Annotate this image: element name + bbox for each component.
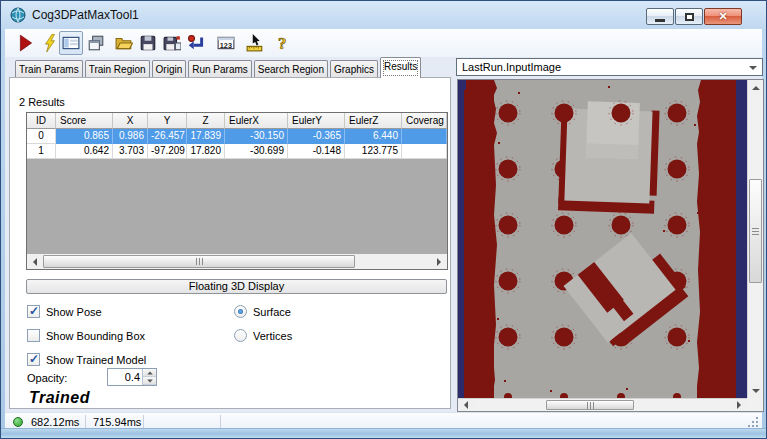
table-cell: 1 [27, 144, 56, 159]
close-button[interactable]: ✕ [704, 8, 742, 25]
svg-text:123: 123 [220, 41, 232, 50]
help-icon[interactable]: ? [274, 34, 292, 52]
tab-train-region[interactable]: Train Region [85, 60, 150, 78]
electric-icon[interactable] [41, 34, 59, 52]
maximize-button[interactable] [675, 8, 703, 25]
table-cell: -0.148 [288, 144, 345, 159]
open-file-icon[interactable] [115, 34, 133, 52]
scroll-right-icon [437, 258, 441, 266]
chevron-down-icon [749, 66, 757, 70]
tab-search-region[interactable]: Search Region [254, 60, 328, 78]
run-time: 682.12ms [31, 416, 79, 428]
checkbox-label: Show Trained Model [46, 354, 146, 366]
table-cell: 17.839 [187, 129, 225, 144]
radio-surface[interactable]: Surface [234, 305, 291, 318]
column-header-eulery[interactable]: EulerY [288, 113, 345, 129]
image-horizontal-scrollbar[interactable] [458, 398, 747, 411]
scroll-right-icon [737, 401, 741, 409]
table-row[interactable]: 10.6423.703-97.20917.820-30.699-0.148123… [27, 144, 447, 159]
run-icon[interactable] [17, 34, 35, 52]
radio-vertices[interactable]: Vertices [234, 329, 292, 342]
table-cell [402, 129, 447, 144]
checkbox-box[interactable] [27, 305, 40, 318]
table-cell: 0.642 [56, 144, 113, 159]
close-icon: ✕ [718, 10, 727, 23]
minimize-button[interactable] [646, 8, 674, 25]
scroll-left-button[interactable] [27, 254, 43, 269]
table-cell: 123.775 [345, 144, 402, 159]
scrollbar-thumb[interactable] [546, 400, 634, 410]
scrollbar-thumb[interactable] [43, 255, 355, 268]
cascade-windows-icon[interactable] [87, 34, 105, 52]
opacity-up-button[interactable] [143, 369, 156, 377]
column-header-eulerx[interactable]: EulerX [225, 113, 288, 129]
image-source-combobox[interactable]: LastRun.InputImage [456, 58, 763, 76]
results-count: 2 Results [19, 96, 65, 108]
tab-train-params[interactable]: Train Params [15, 60, 83, 78]
table-cell: 6.440 [345, 129, 402, 144]
checkbox-show-pose[interactable]: Show Pose [27, 305, 102, 318]
scroll-left-icon [33, 258, 37, 266]
svg-text:?: ? [278, 34, 286, 52]
save-image-icon[interactable] [163, 34, 181, 52]
resize-grip[interactable] [748, 417, 759, 428]
image-source-value: LastRun.InputImage [462, 61, 561, 73]
opacity-value: 0.4 [125, 371, 140, 383]
checkbox-label: Show Bounding Box [46, 330, 145, 342]
save-file-icon[interactable] [139, 34, 157, 52]
radio-circle[interactable] [234, 305, 247, 318]
column-header-y[interactable]: Y [148, 113, 187, 129]
scroll-left-button[interactable] [458, 399, 474, 411]
scroll-up-button[interactable] [748, 80, 763, 95]
opacity-spinner[interactable]: 0.4 [107, 368, 157, 386]
table-cell: 3.703 [113, 144, 148, 159]
table-cell: -0.365 [288, 129, 345, 144]
scroll-down-icon [752, 389, 760, 393]
column-header-z[interactable]: Z [187, 113, 225, 129]
radio-label: Vertices [253, 330, 292, 342]
column-header-eulerz[interactable]: EulerZ [345, 113, 402, 129]
opacity-down-button[interactable] [143, 377, 156, 385]
checkbox-show-trained-model[interactable]: Show Trained Model [27, 353, 146, 366]
checkbox-box[interactable] [27, 353, 40, 366]
scroll-down-button[interactable] [748, 383, 763, 398]
tab-run-params[interactable]: Run Params [188, 60, 252, 78]
table-cell: -30.699 [225, 144, 288, 159]
image-display[interactable] [457, 79, 764, 412]
show-image-toggle-icon[interactable] [59, 31, 83, 55]
column-header-id[interactable]: ID [27, 113, 56, 129]
window: Cog3DPatMaxTool1 ✕ 123? Train ParamsTrai… [0, 0, 767, 439]
results-grid[interactable]: IDScoreXYZEulerXEulerYEulerZCoverag00.86… [26, 112, 448, 270]
radio-circle[interactable] [234, 329, 247, 342]
results-panel: 2 Results IDScoreXYZEulerXEulerYEulerZCo… [9, 77, 451, 409]
scroll-right-button[interactable] [431, 254, 447, 269]
tab-origin[interactable]: Origin [152, 60, 187, 78]
results-horizontal-scrollbar[interactable] [27, 254, 447, 269]
table-cell: -97.209 [148, 144, 187, 159]
tab-strip: Train ParamsTrain RegionOriginRun Params… [15, 60, 423, 78]
table-cell: 0.865 [56, 129, 113, 144]
coordinate-ruler-icon[interactable] [246, 34, 264, 52]
image-vertical-scrollbar[interactable] [747, 80, 763, 398]
table-cell: 0 [27, 129, 56, 144]
opacity-label: Opacity: [27, 372, 67, 384]
floating-3d-display-button[interactable]: Floating 3D Display [26, 279, 447, 294]
table-cell: -26.457 [148, 129, 187, 144]
checkbox-box[interactable] [27, 329, 40, 342]
column-header-score[interactable]: Score [56, 113, 113, 129]
table-cell: 0.986 [113, 129, 148, 144]
column-header-x[interactable]: X [113, 113, 148, 129]
scroll-left-icon [464, 401, 468, 409]
scrollbar-thumb[interactable] [749, 179, 762, 283]
tab-results[interactable]: Results [380, 57, 421, 78]
checkbox-show-bounding-box[interactable]: Show Bounding Box [27, 329, 145, 342]
numeric-display-icon[interactable]: 123 [217, 34, 235, 52]
scroll-right-button[interactable] [731, 399, 747, 411]
reset-icon[interactable] [187, 34, 205, 52]
tab-graphics[interactable]: Graphics [330, 60, 378, 78]
window-frame-bottom [1, 428, 766, 438]
column-header-coverag[interactable]: Coverag [402, 113, 447, 129]
table-cell: 17.820 [187, 144, 225, 159]
minimize-icon [655, 19, 665, 22]
table-row[interactable]: 00.8650.986-26.45717.839-30.150-0.3656.4… [27, 129, 447, 144]
